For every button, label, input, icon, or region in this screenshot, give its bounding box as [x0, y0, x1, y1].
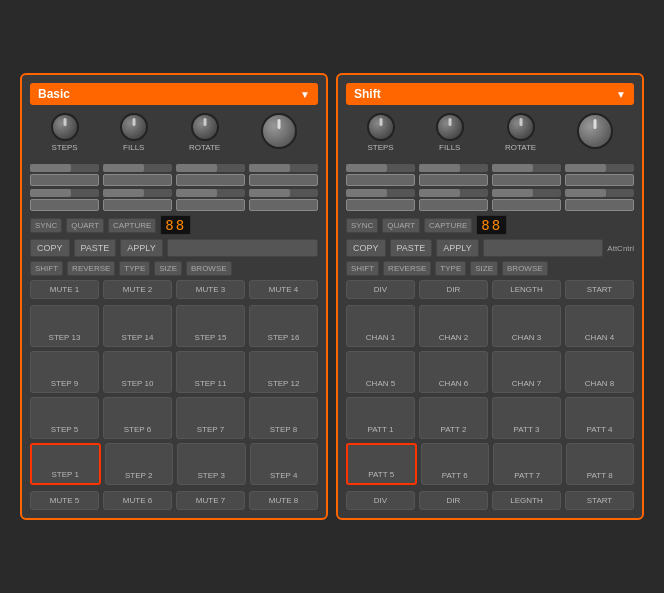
shift-slider-0-0[interactable]: [346, 164, 415, 186]
shift-slider-1-3[interactable]: [565, 189, 634, 211]
basic-step-1-btn[interactable]: STEP 1: [30, 443, 101, 485]
shift-slider-0-1[interactable]: [419, 164, 488, 186]
basic-mute-8-bottom-btn[interactable]: MUTE 8: [249, 491, 318, 510]
shift-dir-bottom-btn[interactable]: DIR: [419, 491, 488, 510]
basic-sync-btn[interactable]: SYNC: [30, 218, 62, 233]
shift-copy-btn[interactable]: COPY: [346, 239, 386, 257]
shift-input-field[interactable]: [483, 239, 604, 257]
shift-knob-fills[interactable]: [436, 113, 464, 141]
shift-size-secondary-btn[interactable]: SIZE: [470, 261, 498, 276]
basic-step-5-btn[interactable]: STEP 5: [30, 397, 99, 439]
shift-patt-6-btn[interactable]: PATT 6: [421, 443, 490, 485]
shift-type-secondary-btn[interactable]: TYPE: [435, 261, 466, 276]
shift-chan-7-btn[interactable]: CHAN 7: [492, 351, 561, 393]
basic-big-knob[interactable]: [261, 113, 297, 149]
basic-shift-secondary-btn[interactable]: SHIFT: [30, 261, 63, 276]
shift-start-bottom-btn[interactable]: START: [565, 491, 634, 510]
basic-knob-fills[interactable]: [120, 113, 148, 141]
basic-mute-2-btn[interactable]: MUTE 2: [103, 280, 172, 299]
basic-slider-1-2[interactable]: [176, 189, 245, 211]
shift-capture-btn[interactable]: CAPTURE: [424, 218, 472, 233]
shift-slider-1-1[interactable]: [419, 189, 488, 211]
shift-slider-0-2[interactable]: [492, 164, 561, 186]
shift-paste-btn[interactable]: PASTE: [390, 239, 433, 257]
shift-patt-5-btn[interactable]: PATT 5: [346, 443, 417, 485]
shift-knob-steps[interactable]: [367, 113, 395, 141]
panel-shift: Shift ▼ STEPS FILLS ROTATE: [336, 73, 644, 520]
shift-apply-btn[interactable]: APPLY: [436, 239, 478, 257]
shift-chan-8-btn[interactable]: CHAN 8: [565, 351, 634, 393]
shift-patt-2-btn[interactable]: PATT 2: [419, 397, 488, 439]
basic-step-15-btn[interactable]: STEP 15: [176, 305, 245, 347]
basic-knob-rotate[interactable]: [191, 113, 219, 141]
basic-step-14-btn[interactable]: STEP 14: [103, 305, 172, 347]
shift-slider-1-2[interactable]: [492, 189, 561, 211]
shift-chan-3-btn[interactable]: CHAN 3: [492, 305, 561, 347]
shift-start-btn[interactable]: START: [565, 280, 634, 299]
basic-step-9-btn[interactable]: STEP 9: [30, 351, 99, 393]
basic-step-13-btn[interactable]: STEP 13: [30, 305, 99, 347]
basic-title-bar[interactable]: Basic ▼: [30, 83, 318, 105]
basic-slider-1-0[interactable]: [30, 189, 99, 211]
basic-paste-btn[interactable]: PASTE: [74, 239, 117, 257]
basic-mute-3-btn[interactable]: MUTE 3: [176, 280, 245, 299]
basic-input-field[interactable]: [167, 239, 318, 257]
shift-div-bottom-btn[interactable]: DIV: [346, 491, 415, 510]
shift-knob-rotate[interactable]: [507, 113, 535, 141]
shift-length-btn[interactable]: LENGTH: [492, 280, 561, 299]
shift-chan-4-btn[interactable]: CHAN 4: [565, 305, 634, 347]
shift-chan-6-btn[interactable]: CHAN 6: [419, 351, 488, 393]
shift-chan-1-btn[interactable]: CHAN 1: [346, 305, 415, 347]
basic-slider-0-1[interactable]: [103, 164, 172, 186]
basic-step-8-btn[interactable]: STEP 8: [249, 397, 318, 439]
basic-step-7-btn[interactable]: STEP 7: [176, 397, 245, 439]
shift-sync-btn[interactable]: SYNC: [346, 218, 378, 233]
shift-patt-3-btn[interactable]: PATT 3: [492, 397, 561, 439]
basic-slider-0-0[interactable]: [30, 164, 99, 186]
basic-slider-0-3[interactable]: [249, 164, 318, 186]
shift-patt-1-btn[interactable]: PATT 1: [346, 397, 415, 439]
basic-apply-btn[interactable]: APPLY: [120, 239, 162, 257]
basic-step-6-btn[interactable]: STEP 6: [103, 397, 172, 439]
basic-mute-5-bottom-btn[interactable]: MUTE 5: [30, 491, 99, 510]
shift-browse-secondary-btn[interactable]: BROWSE: [502, 261, 548, 276]
basic-step-2-btn[interactable]: STEP 2: [105, 443, 174, 485]
shift-reverse-secondary-btn[interactable]: REVERSE: [383, 261, 431, 276]
basic-mute-6-bottom-btn[interactable]: MUTE 6: [103, 491, 172, 510]
basic-type-secondary-btn[interactable]: TYPE: [119, 261, 150, 276]
basic-knob-group-2: ROTATE: [189, 113, 220, 160]
shift-chan-2-btn[interactable]: CHAN 2: [419, 305, 488, 347]
basic-browse-secondary-btn[interactable]: BROWSE: [186, 261, 232, 276]
basic-capture-btn[interactable]: CAPTURE: [108, 218, 156, 233]
shift-slider-1-0[interactable]: [346, 189, 415, 211]
basic-mute-4-btn[interactable]: MUTE 4: [249, 280, 318, 299]
shift-legnth-bottom-btn[interactable]: LEGNTH: [492, 491, 561, 510]
shift-shift-secondary-btn[interactable]: SHIFT: [346, 261, 379, 276]
basic-reverse-secondary-btn[interactable]: REVERSE: [67, 261, 115, 276]
basic-step-12-btn[interactable]: STEP 12: [249, 351, 318, 393]
basic-mute-7-bottom-btn[interactable]: MUTE 7: [176, 491, 245, 510]
shift-quart-btn[interactable]: QUART: [382, 218, 420, 233]
shift-big-knob[interactable]: [577, 113, 613, 149]
shift-dir-btn[interactable]: DIR: [419, 280, 488, 299]
basic-step-11-btn[interactable]: STEP 11: [176, 351, 245, 393]
shift-patt-7-btn[interactable]: PATT 7: [493, 443, 562, 485]
basic-slider-1-1[interactable]: [103, 189, 172, 211]
shift-div-btn[interactable]: DIV: [346, 280, 415, 299]
basic-slider-0-2[interactable]: [176, 164, 245, 186]
basic-step-10-btn[interactable]: STEP 10: [103, 351, 172, 393]
basic-step-3-btn[interactable]: STEP 3: [177, 443, 246, 485]
basic-mute-1-btn[interactable]: MUTE 1: [30, 280, 99, 299]
basic-size-secondary-btn[interactable]: SIZE: [154, 261, 182, 276]
basic-knob-steps[interactable]: [51, 113, 79, 141]
shift-title-bar[interactable]: Shift ▼: [346, 83, 634, 105]
basic-copy-btn[interactable]: COPY: [30, 239, 70, 257]
basic-quart-btn[interactable]: QUART: [66, 218, 104, 233]
shift-patt-8-btn[interactable]: PATT 8: [566, 443, 635, 485]
shift-patt-4-btn[interactable]: PATT 4: [565, 397, 634, 439]
basic-step-16-btn[interactable]: STEP 16: [249, 305, 318, 347]
shift-chan-5-btn[interactable]: CHAN 5: [346, 351, 415, 393]
basic-slider-1-3[interactable]: [249, 189, 318, 211]
shift-slider-0-3[interactable]: [565, 164, 634, 186]
basic-step-4-btn[interactable]: STEP 4: [250, 443, 319, 485]
